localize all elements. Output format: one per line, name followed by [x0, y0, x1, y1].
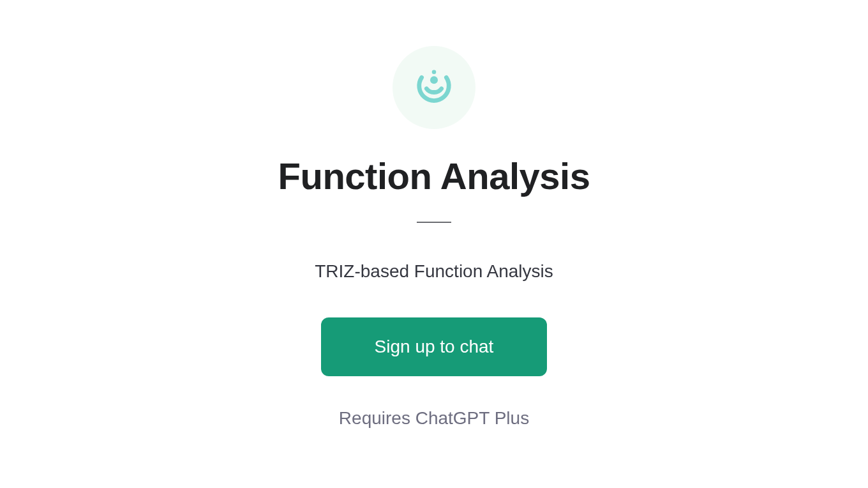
signup-button[interactable]: Sign up to chat [321, 317, 548, 376]
app-logo-container [393, 46, 475, 129]
svg-point-0 [430, 76, 438, 84]
svg-point-1 [432, 70, 437, 74]
app-logo-icon [414, 66, 454, 109]
title-divider [417, 222, 451, 223]
page-title: Function Analysis [278, 155, 590, 197]
subtitle-text: TRIZ-based Function Analysis [315, 261, 553, 282]
requires-text: Requires ChatGPT Plus [339, 408, 529, 429]
